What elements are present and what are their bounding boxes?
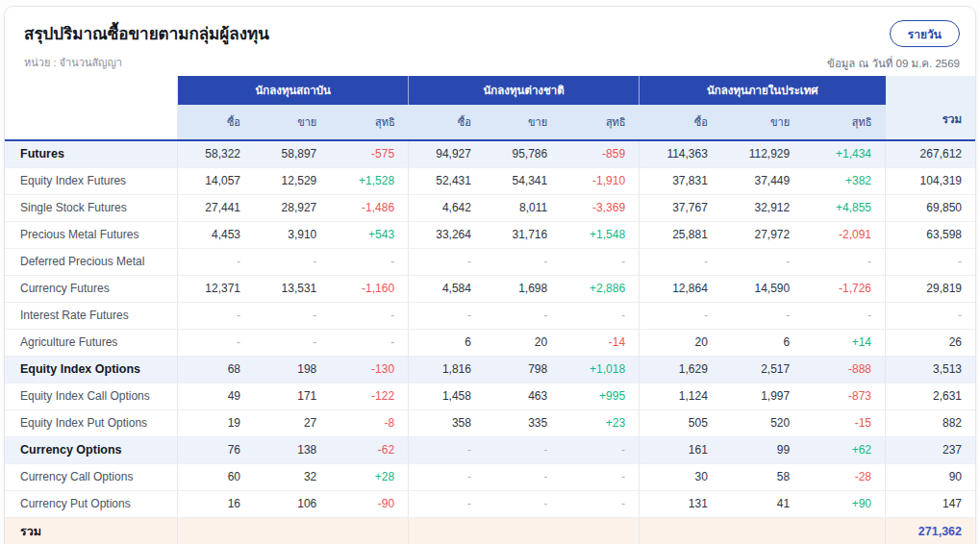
value-cell: 1,816 xyxy=(409,356,485,383)
value-cell: - xyxy=(409,463,485,490)
value-cell: 37,831 xyxy=(640,167,721,194)
empty-cell xyxy=(409,517,485,544)
value-cell: +90 xyxy=(803,490,885,517)
value-cell: 30 xyxy=(640,463,721,490)
investor-group-table: นักลงทุนสถาบัน นักลงทุนต่างชาติ นักลงทุน… xyxy=(5,76,975,544)
value-cell: 52,431 xyxy=(409,167,485,194)
value-cell: 1,458 xyxy=(409,383,485,409)
value-cell: 131 xyxy=(640,490,721,517)
row-label: Equity Index Options xyxy=(5,356,178,383)
empty-cell xyxy=(485,517,561,544)
row-total-cell: 267,612 xyxy=(886,140,975,167)
value-cell: +62 xyxy=(803,436,885,463)
value-cell: -90 xyxy=(330,490,408,517)
value-cell: +28 xyxy=(330,463,408,490)
value-cell: 27 xyxy=(254,409,330,436)
row-total-cell: 26 xyxy=(886,329,975,356)
table-row: Currency Call Options6032+28---3058-2890 xyxy=(5,463,975,490)
subheader-sell-g1: ขาย xyxy=(485,105,561,140)
group-header-domestic: นักลงทุนภายในประเทศ xyxy=(640,76,886,105)
empty-cell xyxy=(178,517,254,544)
value-cell: - xyxy=(409,436,485,463)
value-cell: +4,855 xyxy=(803,194,885,221)
value-cell: - xyxy=(330,302,408,329)
value-cell: -859 xyxy=(561,140,639,167)
value-cell: -873 xyxy=(803,383,885,409)
value-cell: - xyxy=(803,248,885,275)
value-cell: - xyxy=(409,490,485,517)
value-cell: - xyxy=(178,302,254,329)
row-total-cell: - xyxy=(886,248,975,275)
row-label: Interest Rate Futures xyxy=(5,302,178,329)
value-cell: 95,786 xyxy=(485,140,561,167)
value-cell: -14 xyxy=(561,329,639,356)
row-label: Agriculture Futures xyxy=(5,329,178,356)
value-cell: 4,642 xyxy=(409,194,485,221)
value-cell: -62 xyxy=(330,436,408,463)
value-cell: - xyxy=(561,436,639,463)
value-cell: +1,528 xyxy=(330,167,408,194)
value-cell: 463 xyxy=(485,383,561,409)
value-cell: 1,698 xyxy=(485,275,561,302)
daily-period-button[interactable]: รายวัน xyxy=(890,20,960,47)
value-cell: 31,716 xyxy=(485,221,561,248)
value-cell: +1,018 xyxy=(561,356,639,383)
group-header-foreign: นักลงทุนต่างชาติ xyxy=(409,76,640,105)
row-total-cell: 90 xyxy=(886,463,975,490)
row-total-cell: - xyxy=(886,302,975,329)
row-total-cell: 104,319 xyxy=(886,167,975,194)
value-cell: -122 xyxy=(330,383,408,409)
row-total-cell: 2,631 xyxy=(886,383,975,409)
value-cell: 58,897 xyxy=(254,140,330,167)
value-cell: -8 xyxy=(330,409,408,436)
value-cell: 114,363 xyxy=(640,140,721,167)
row-label: Currency Futures xyxy=(5,275,178,302)
table-row: Futures58,32258,897-57594,92795,786-8591… xyxy=(5,140,975,167)
value-cell: 138 xyxy=(254,436,330,463)
value-cell: +382 xyxy=(803,167,885,194)
value-cell: 76 xyxy=(178,436,254,463)
empty-cell xyxy=(803,517,885,544)
subheader-net-g0: สุทธิ xyxy=(330,105,408,140)
table-row: Deferred Precious Metal---------- xyxy=(5,248,975,275)
value-cell: 27,441 xyxy=(178,194,254,221)
row-total-cell: 69,850 xyxy=(886,194,975,221)
as-of-date: ข้อมูล ณ วันที่ 09 ม.ค. 2569 xyxy=(827,55,960,72)
value-cell: 161 xyxy=(640,436,721,463)
value-cell: 112,929 xyxy=(721,140,803,167)
card-header: สรุปปริมาณซื้อขายตามกลุ่มผู้ลงทุน หน่วย … xyxy=(5,7,975,76)
value-cell: +2,886 xyxy=(561,275,639,302)
value-cell: 3,910 xyxy=(254,221,330,248)
label-column-header xyxy=(5,76,178,105)
value-cell: 99 xyxy=(721,436,803,463)
table-row: Equity Index Put Options1927-8358335+235… xyxy=(5,409,975,436)
value-cell: - xyxy=(330,329,408,356)
row-label: Deferred Precious Metal xyxy=(5,248,178,275)
value-cell: +995 xyxy=(561,383,639,409)
group-header-institution: นักลงทุนสถาบัน xyxy=(178,76,409,105)
value-cell: 94,927 xyxy=(409,140,485,167)
value-cell: 6 xyxy=(409,329,485,356)
value-cell: 49 xyxy=(178,383,254,409)
value-cell: - xyxy=(640,302,721,329)
value-cell: +14 xyxy=(803,329,885,356)
value-cell: 25,881 xyxy=(640,221,721,248)
value-cell: 6 xyxy=(721,329,803,356)
value-cell: - xyxy=(640,248,721,275)
row-label: Futures xyxy=(5,140,178,167)
value-cell: 37,449 xyxy=(721,167,803,194)
value-cell: - xyxy=(721,302,803,329)
value-cell: -575 xyxy=(330,140,408,167)
value-cell: 520 xyxy=(721,409,803,436)
value-cell: 20 xyxy=(640,329,721,356)
row-total-cell: 3,513 xyxy=(886,356,975,383)
table-row: Equity Index Futures14,05712,529+1,52852… xyxy=(5,167,975,194)
empty-cell xyxy=(721,517,803,544)
value-cell: 8,011 xyxy=(485,194,561,221)
value-cell: 12,864 xyxy=(640,275,721,302)
subheader-sell-g2: ขาย xyxy=(721,105,803,140)
value-cell: 54,341 xyxy=(485,167,561,194)
row-label: Equity Index Futures xyxy=(5,167,178,194)
value-cell: 4,584 xyxy=(409,275,485,302)
table-row: Currency Options76138-62---16199+62237 xyxy=(5,436,975,463)
